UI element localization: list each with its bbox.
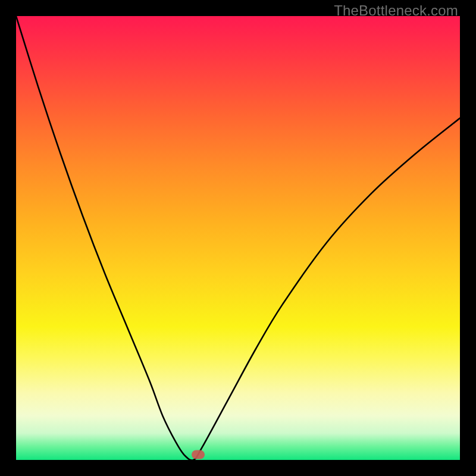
minimum-marker <box>192 450 205 459</box>
plot-area <box>16 16 460 460</box>
watermark-text: TheBottleneck.com <box>334 2 458 19</box>
bottleneck-curve <box>16 16 460 460</box>
chart-frame: TheBottleneck.com <box>0 0 476 476</box>
